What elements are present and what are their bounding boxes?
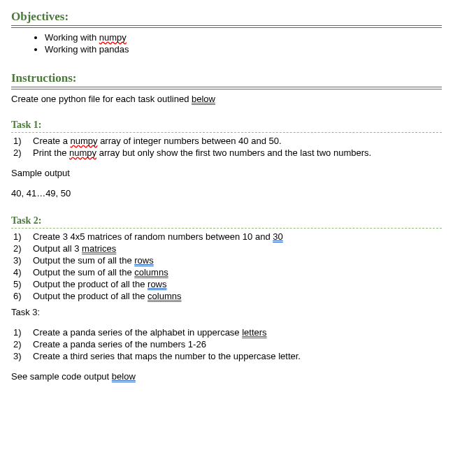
text: Working with bbox=[45, 32, 99, 43]
list-item: 4) Output the sum of all the columns bbox=[11, 267, 442, 277]
objectives-heading: Objectives: bbox=[11, 10, 442, 24]
list-text: Print the numpy array but only show the … bbox=[33, 147, 442, 158]
list-number: 1) bbox=[11, 231, 33, 242]
list-number: 4) bbox=[11, 267, 33, 277]
list-item: 1) Create 3 4x5 matrices of random numbe… bbox=[11, 231, 442, 242]
instructions-rule bbox=[11, 87, 442, 89]
list-item: 2) Print the numpy array but only show t… bbox=[11, 147, 442, 158]
grammar-error: below bbox=[112, 371, 136, 382]
grammar-error: matrices bbox=[82, 243, 116, 254]
list-item: 1) Create a numpy array of integer numbe… bbox=[11, 136, 442, 146]
grammar-error: rows bbox=[134, 255, 153, 266]
text: Working with pandas bbox=[45, 44, 129, 55]
list-number: 3) bbox=[11, 255, 33, 266]
spell-error: numpy bbox=[69, 147, 96, 158]
grammar-error: letters bbox=[242, 327, 266, 338]
grammar-error: columns bbox=[134, 267, 168, 277]
task3-heading: Task 3: bbox=[11, 307, 442, 317]
list-item: 2) Output all 3 matrices bbox=[11, 243, 442, 254]
list-text: Create 3 4x5 matrices of random numbers … bbox=[33, 231, 442, 242]
objectives-list: Working with numpy Working with pandas bbox=[11, 32, 442, 55]
grammar-error: rows bbox=[148, 279, 166, 289]
list-text: Output the sum of all the rows bbox=[33, 255, 442, 266]
objective-item: Working with numpy bbox=[45, 32, 442, 43]
task2-list: 1) Create 3 4x5 matrices of random numbe… bbox=[11, 231, 442, 301]
list-number: 3) bbox=[11, 351, 33, 361]
sample-output-value: 40, 41…49, 50 bbox=[11, 188, 442, 199]
task1-heading: Task 1: bbox=[11, 120, 442, 131]
objectives-rule bbox=[11, 25, 442, 28]
list-item: 6) Output the product of all the columns bbox=[11, 291, 442, 301]
list-item: 3) Output the sum of all the rows bbox=[11, 255, 442, 266]
task3-list: 1) Create a panda series of the alphabet… bbox=[11, 327, 442, 361]
list-number: 2) bbox=[11, 147, 33, 158]
task2-rule bbox=[11, 228, 442, 229]
list-number: 2) bbox=[11, 243, 33, 254]
list-text: Create a panda series of the numbers 1-2… bbox=[33, 339, 442, 349]
task1-list: 1) Create a numpy array of integer numbe… bbox=[11, 136, 442, 158]
list-text: Output all 3 matrices bbox=[33, 243, 442, 254]
list-item: 3) Create a third series that maps the n… bbox=[11, 351, 442, 361]
text: Create one python file for each task out… bbox=[11, 94, 192, 104]
list-number: 6) bbox=[11, 291, 33, 301]
list-item: 5) Output the product of all the rows bbox=[11, 279, 442, 289]
grammar-error: columns bbox=[148, 291, 181, 301]
list-text: Create a third series that maps the numb… bbox=[33, 351, 442, 361]
list-text: Output the sum of all the columns bbox=[33, 267, 442, 277]
list-number: 5) bbox=[11, 279, 33, 289]
spell-error: numpy bbox=[99, 32, 127, 43]
spell-error: numpy bbox=[70, 136, 97, 146]
objective-item: Working with pandas bbox=[45, 44, 442, 55]
task2-heading: Task 2: bbox=[11, 215, 442, 226]
list-text: Create a panda series of the alphabet in… bbox=[33, 327, 442, 338]
list-text: Output the product of all the columns bbox=[33, 291, 442, 301]
grammar-error: 30 bbox=[273, 231, 282, 242]
list-text: Create a numpy array of integer numbers … bbox=[33, 136, 442, 146]
grammar-error: below bbox=[192, 94, 215, 104]
list-item: 1) Create a panda series of the alphabet… bbox=[11, 327, 442, 338]
list-number: 1) bbox=[11, 327, 33, 338]
list-text: Output the product of all the rows bbox=[33, 279, 442, 289]
instructions-heading: Instructions: bbox=[11, 71, 442, 85]
list-number: 1) bbox=[11, 136, 33, 146]
task3-footer: See sample code output below bbox=[11, 371, 442, 382]
sample-output-label: Sample output bbox=[11, 168, 442, 178]
text: See sample code output bbox=[11, 371, 112, 382]
list-number: 2) bbox=[11, 339, 33, 349]
task1-rule bbox=[11, 132, 442, 133]
list-item: 2) Create a panda series of the numbers … bbox=[11, 339, 442, 349]
instructions-text: Create one python file for each task out… bbox=[11, 94, 442, 104]
